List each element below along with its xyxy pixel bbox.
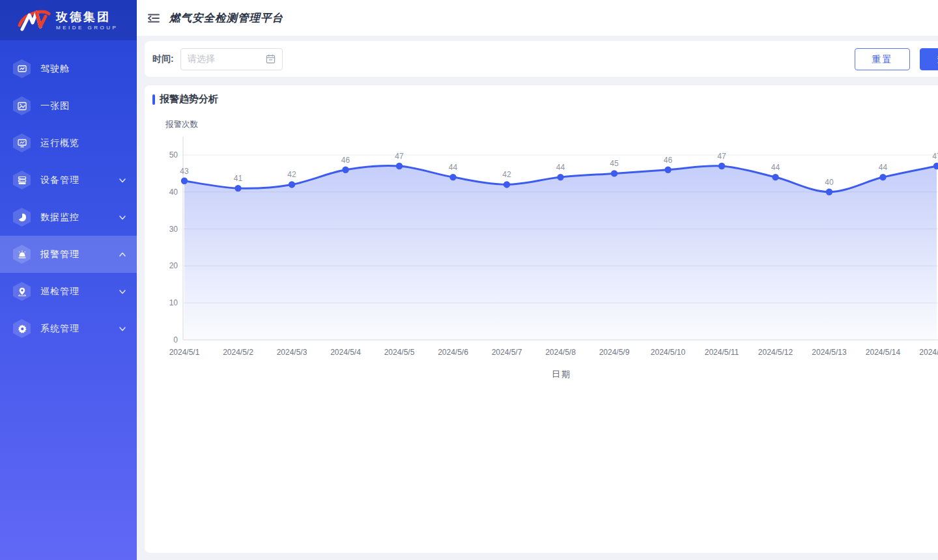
- svg-text:20: 20: [169, 261, 178, 270]
- query-button[interactable]: 查询: [920, 48, 938, 70]
- svg-text:2024/5/15: 2024/5/15: [919, 348, 938, 357]
- svg-text:44: 44: [879, 163, 888, 172]
- page-title: 燃气安全检测管理平台: [169, 11, 283, 25]
- svg-text:50: 50: [169, 150, 178, 160]
- section-title: 报警趋势分析: [160, 93, 218, 105]
- map-icon: [13, 96, 31, 115]
- svg-text:10: 10: [169, 298, 178, 307]
- svg-text:30: 30: [169, 225, 178, 234]
- reset-button[interactable]: 重置: [855, 48, 910, 70]
- svg-text:2024/5/14: 2024/5/14: [866, 348, 901, 357]
- sidebar-item-label: 驾驶舱: [40, 63, 126, 75]
- sidebar-item-运行概览[interactable]: 运行概览: [0, 124, 137, 161]
- sidebar-item-驾驶舱[interactable]: 驾驶舱: [0, 50, 137, 87]
- svg-text:0: 0: [173, 335, 178, 344]
- brand-logo-icon: [17, 7, 51, 33]
- brand-name-en: MEIDE GROUP: [56, 25, 118, 31]
- sidebar-item-一张图[interactable]: 一张图: [0, 87, 137, 124]
- sidebar-item-报警管理[interactable]: 报警管理: [0, 236, 137, 273]
- svg-text:45: 45: [610, 159, 619, 168]
- time-filter-label: 时间:: [152, 53, 174, 65]
- chevron-up-icon: [119, 251, 126, 259]
- overview-icon: [13, 133, 31, 152]
- sidebar-item-设备管理[interactable]: 设备管理: [0, 161, 137, 199]
- time-picker-placeholder: 请选择: [188, 53, 266, 65]
- sidebar-item-系统管理[interactable]: 系统管理: [0, 310, 137, 347]
- svg-text:2024/5/4: 2024/5/4: [330, 348, 361, 357]
- svg-text:2024/5/12: 2024/5/12: [758, 348, 793, 357]
- alarm-trend-chart: 4341424647444244454647444044470102030405…: [145, 114, 938, 420]
- brand-logo: 玫德集团 MEIDE GROUP: [0, 0, 137, 40]
- svg-text:41: 41: [234, 174, 243, 183]
- section-accent-bar: [152, 94, 155, 105]
- svg-text:2024/5/11: 2024/5/11: [705, 348, 739, 357]
- svg-text:44: 44: [556, 163, 565, 172]
- svg-text:2024/5/10: 2024/5/10: [651, 348, 686, 357]
- topbar: 燃气安全检测管理平台: [137, 0, 938, 36]
- svg-text:42: 42: [502, 170, 511, 179]
- svg-text:2024/5/9: 2024/5/9: [599, 348, 630, 357]
- alarm-icon: [13, 245, 31, 264]
- svg-text:2024/5/7: 2024/5/7: [492, 348, 522, 357]
- sidebar-item-数据监控[interactable]: 数据监控: [0, 199, 137, 236]
- svg-text:报警次数: 报警次数: [165, 120, 199, 129]
- svg-text:2024/5/1: 2024/5/1: [169, 348, 200, 357]
- sidebar-item-label: 设备管理: [40, 175, 119, 186]
- svg-text:46: 46: [664, 156, 673, 165]
- svg-text:40: 40: [169, 188, 178, 197]
- sidebar-item-label: 巡检管理: [40, 286, 119, 298]
- svg-text:2024/5/8: 2024/5/8: [545, 348, 576, 357]
- chevron-down-icon: [119, 325, 126, 333]
- patrol-icon: [13, 282, 31, 301]
- sidebar-item-label: 一张图: [40, 100, 126, 112]
- svg-text:44: 44: [771, 163, 780, 172]
- calendar-icon: [266, 54, 276, 64]
- svg-text:44: 44: [449, 163, 458, 172]
- device-icon: [13, 171, 31, 189]
- sidebar-item-label: 数据监控: [40, 212, 119, 223]
- sidebar: 玫德集团 MEIDE GROUP 驾驶舱一张图运行概览设备管理数据监控报警管理巡…: [0, 0, 137, 560]
- svg-text:42: 42: [287, 170, 296, 179]
- sidebar-menu: 驾驶舱一张图运行概览设备管理数据监控报警管理巡检管理系统管理: [0, 40, 137, 347]
- brand-name-cn: 玫德集团: [56, 10, 118, 23]
- sidebar-item-巡检管理[interactable]: 巡检管理: [0, 273, 137, 310]
- sidebar-item-label: 系统管理: [40, 323, 119, 335]
- svg-text:47: 47: [932, 152, 938, 161]
- chevron-down-icon: [119, 288, 126, 296]
- svg-text:43: 43: [180, 167, 189, 176]
- svg-text:47: 47: [717, 152, 726, 161]
- filter-bar: 时间: 请选择 重置 查询: [145, 41, 938, 77]
- sidebar-item-label: 报警管理: [40, 249, 119, 260]
- svg-text:日期: 日期: [552, 369, 571, 379]
- svg-text:2024/5/13: 2024/5/13: [812, 348, 847, 357]
- svg-text:2024/5/3: 2024/5/3: [277, 348, 307, 357]
- sidebar-item-label: 运行概览: [40, 137, 126, 149]
- chevron-down-icon: [119, 214, 126, 221]
- system-icon: [13, 319, 31, 338]
- chevron-down-icon: [119, 176, 126, 184]
- svg-text:46: 46: [341, 156, 350, 165]
- svg-text:2024/5/5: 2024/5/5: [384, 348, 415, 357]
- time-picker-input[interactable]: 请选择: [180, 48, 283, 70]
- data-monitor-icon: [13, 208, 31, 227]
- svg-text:40: 40: [825, 178, 834, 187]
- menu-collapse-icon[interactable]: [147, 12, 160, 25]
- svg-text:2024/5/2: 2024/5/2: [223, 348, 253, 357]
- cockpit-icon: [13, 59, 31, 78]
- svg-text:2024/5/6: 2024/5/6: [438, 348, 468, 357]
- alarm-trend-card: 报警趋势分析 434142464744424445464744404447010…: [145, 85, 938, 553]
- svg-text:47: 47: [395, 152, 404, 161]
